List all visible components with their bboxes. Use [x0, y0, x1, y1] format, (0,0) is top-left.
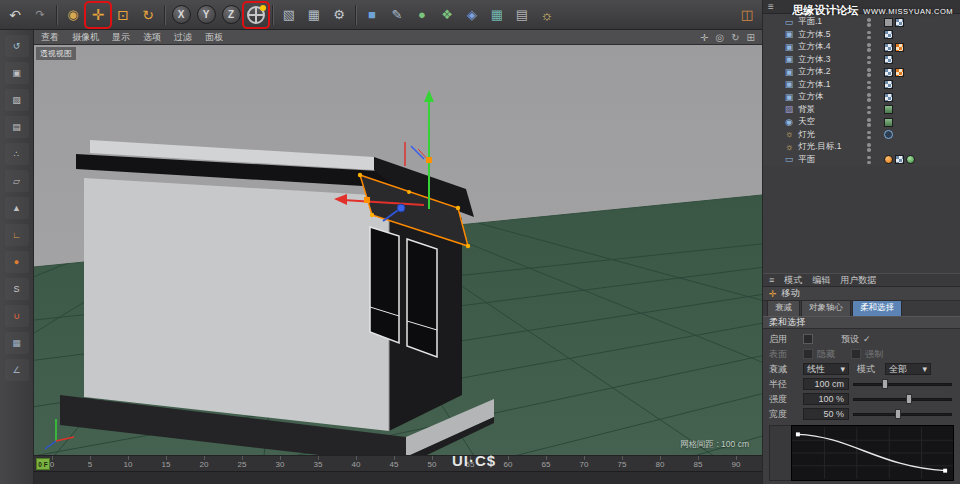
viewport-menu-1[interactable]: 摄像机	[72, 31, 99, 44]
slider-track[interactable]	[853, 413, 952, 416]
visibility-dot-render[interactable]	[867, 123, 871, 127]
green-ball-tag[interactable]	[906, 155, 915, 164]
attribute-tab-1[interactable]: 编辑	[812, 274, 830, 287]
texture-mode-icon[interactable]: ▨	[5, 89, 29, 111]
redo-icon[interactable]: ↷	[28, 3, 52, 27]
model-mode-icon[interactable]: ▣	[5, 62, 29, 84]
visibility-dot-editor[interactable]	[867, 81, 871, 85]
viewport-menu-3[interactable]: 选项	[143, 31, 161, 44]
checker-tag[interactable]	[884, 55, 893, 64]
coordinate-system-icon[interactable]	[244, 3, 268, 27]
orange-checker-tag[interactable]	[895, 43, 904, 52]
scale-tool-icon[interactable]: ⊡	[111, 3, 135, 27]
object-row[interactable]: ▣立方体.4	[763, 41, 960, 54]
visibility-dots[interactable]	[862, 143, 876, 152]
viewport-menu-0[interactable]: 查看	[41, 31, 59, 44]
object-row[interactable]: ▣立方体.2	[763, 66, 960, 79]
visibility-dot-render[interactable]	[867, 23, 871, 27]
visibility-dot-editor[interactable]	[867, 93, 871, 97]
attribute-hamburger-icon[interactable]: ≡	[769, 275, 774, 285]
visibility-dot-render[interactable]	[867, 61, 871, 65]
visibility-dot-render[interactable]	[867, 86, 871, 90]
visibility-dot-editor[interactable]	[867, 118, 871, 122]
render-picture-viewer-icon[interactable]: ▦	[302, 3, 326, 27]
pan-view-icon[interactable]: ✛	[700, 32, 708, 43]
disabled-option-checkbox-1[interactable]	[851, 349, 861, 359]
attribute-tab-2[interactable]: 用户数据	[840, 274, 876, 287]
current-frame-marker[interactable]: 0 F	[36, 458, 50, 470]
visibility-dots[interactable]	[862, 43, 876, 52]
gizmo-center-ball[interactable]	[397, 204, 405, 212]
visibility-dot-editor[interactable]	[867, 156, 871, 160]
object-row[interactable]: ☼灯光.目标.1	[763, 141, 960, 154]
visibility-dot-editor[interactable]	[867, 18, 871, 22]
visibility-dots[interactable]	[862, 106, 876, 115]
visibility-dot-editor[interactable]	[867, 56, 871, 60]
points-mode-icon[interactable]: ∴	[5, 143, 29, 165]
visibility-dot-editor[interactable]	[867, 43, 871, 47]
object-row[interactable]: ▣立方体.1	[763, 79, 960, 92]
visibility-dot-render[interactable]	[867, 136, 871, 140]
object-manager-empty-area[interactable]	[763, 166, 960, 273]
viewport-menu-4[interactable]: 过滤	[174, 31, 192, 44]
image-tag[interactable]	[884, 105, 893, 114]
render-settings-icon[interactable]: ⚙	[327, 3, 351, 27]
rotate-tool-icon[interactable]: ↻	[136, 3, 160, 27]
viewport-menu-5[interactable]: 面板	[205, 31, 223, 44]
visibility-dot-render[interactable]	[867, 111, 871, 115]
curve-handle-left[interactable]	[796, 432, 800, 436]
move-tool-icon[interactable]: ✛	[86, 3, 110, 27]
curve-handle-right[interactable]	[943, 469, 947, 473]
rotate-view-icon[interactable]: ↻	[731, 32, 739, 43]
visibility-dots[interactable]	[862, 93, 876, 102]
gizmo-plane-handle-1[interactable]	[426, 157, 432, 163]
light-icon[interactable]: ☼	[535, 3, 559, 27]
disabled-option-checkbox-0[interactable]	[803, 349, 813, 359]
workplane-mode-icon[interactable]: ▤	[5, 116, 29, 138]
visibility-dot-render[interactable]	[867, 48, 871, 52]
slider-knob[interactable]	[895, 409, 901, 419]
checker-tag[interactable]	[884, 93, 893, 102]
make-editable-icon[interactable]: ↺	[5, 35, 29, 57]
orange-dot-tag[interactable]	[884, 155, 893, 164]
toggle-views-icon[interactable]: ⊞	[747, 32, 755, 43]
preset-check-icon[interactable]: ✓	[863, 334, 871, 344]
object-row[interactable]: ▣立方体.3	[763, 54, 960, 67]
visibility-dots[interactable]	[862, 131, 876, 140]
subtab-1[interactable]: 对象轴心	[801, 300, 851, 316]
viewport-menu-2[interactable]: 显示	[112, 31, 130, 44]
soft-selection-section-header[interactable]: 柔和选择	[763, 316, 960, 329]
subtab-2[interactable]: 柔和选择	[852, 300, 902, 316]
axis-z-lock-button[interactable]: Z	[219, 3, 243, 27]
solo-mode-icon[interactable]: S	[5, 278, 29, 300]
undo-icon[interactable]: ↶	[3, 3, 27, 27]
generator-icon[interactable]: ❖	[435, 3, 459, 27]
checker-tag[interactable]	[884, 43, 893, 52]
target-tag[interactable]	[884, 130, 893, 139]
checker-tag[interactable]	[884, 68, 893, 77]
checker-tag[interactable]	[895, 155, 904, 164]
gizmo-plane-handle-2[interactable]	[364, 197, 370, 203]
visibility-dot-editor[interactable]	[867, 131, 871, 135]
deformer-icon[interactable]: ◈	[460, 3, 484, 27]
gray-tag[interactable]	[884, 18, 893, 27]
polygons-mode-icon[interactable]: ▲	[5, 197, 29, 219]
render-view-icon[interactable]: ▧	[277, 3, 301, 27]
snap-magnet-icon[interactable]: ∪	[5, 305, 29, 327]
visibility-dots[interactable]	[862, 18, 876, 27]
object-row[interactable]: ▣立方体	[763, 91, 960, 104]
scene-canvas[interactable]	[34, 45, 762, 455]
zoom-view-icon[interactable]: ◎	[715, 32, 724, 43]
view-label[interactable]: 透视视图	[36, 47, 76, 60]
falloff-curve-graph[interactable]	[791, 425, 954, 481]
visibility-dots[interactable]	[862, 56, 876, 65]
slider-track-area[interactable]	[853, 408, 954, 420]
interface-layout-icon[interactable]: ◫	[735, 3, 759, 27]
object-row[interactable]: ▨背景	[763, 104, 960, 117]
checker-tag[interactable]	[884, 30, 893, 39]
axis-y-lock-button[interactable]: Y	[194, 3, 218, 27]
mode-dropdown[interactable]: 全部 ▾	[885, 363, 931, 375]
checker-tag[interactable]	[884, 80, 893, 89]
object-row[interactable]: ▭平面	[763, 154, 960, 167]
slider-knob[interactable]	[882, 379, 888, 389]
